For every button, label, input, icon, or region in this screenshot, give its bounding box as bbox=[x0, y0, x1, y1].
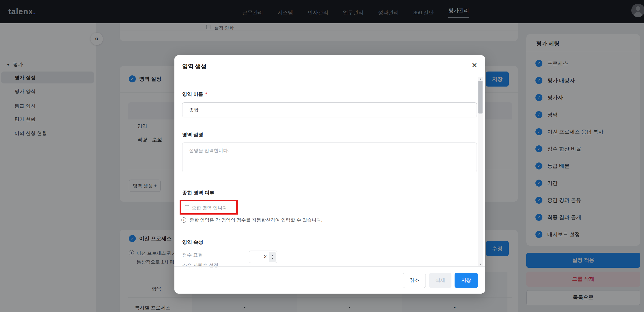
composite-checkbox[interactable] bbox=[185, 205, 189, 209]
create-area-modal: 영역 생성 ✕ 영역 이름* 영역 설명 종합 영역 여부 종합 영역 입니다.… bbox=[174, 55, 485, 294]
attr-section-label: 영역 속성 bbox=[182, 239, 203, 246]
scroll-down-icon[interactable]: ▼ bbox=[478, 263, 483, 266]
required-asterisk: * bbox=[205, 91, 207, 97]
scroll-up-icon[interactable]: ▲ bbox=[478, 77, 483, 81]
save-button[interactable]: 저장 bbox=[455, 273, 478, 288]
scrollbar-thumb[interactable] bbox=[478, 81, 483, 114]
modal-scrollbar[interactable]: ▲ ▼ bbox=[478, 77, 483, 266]
arrow-up-icon[interactable]: ▲ bbox=[271, 254, 274, 257]
composite-checkbox-label: 종합 영역 입니다. bbox=[192, 205, 228, 211]
cancel-button[interactable]: 취소 bbox=[403, 273, 426, 288]
composite-info-text: i 종합 영역은 각 영역의 점수를 자동합산하여 입력할 수 있습니다. bbox=[181, 217, 322, 223]
modal-title: 영역 생성 bbox=[182, 62, 207, 70]
composite-section-label: 종합 영역 여부 bbox=[182, 189, 215, 196]
decimal-places-value: 2 bbox=[264, 254, 267, 259]
arrow-down-icon[interactable]: ▼ bbox=[271, 257, 274, 260]
area-desc-textarea[interactable] bbox=[182, 143, 477, 172]
delete-button[interactable]: 삭제 bbox=[429, 273, 451, 288]
decimal-label-line2: 소수 자릿수 설정 bbox=[182, 262, 218, 268]
stepper-arrows[interactable]: ▲ ▼ bbox=[269, 252, 276, 262]
close-icon[interactable]: ✕ bbox=[471, 62, 477, 69]
info-icon: i bbox=[181, 217, 186, 223]
app-window: ▾ 평가 평가 설정 평가 양식 등급 양식 평가 현황 이의 신청 현황 « … bbox=[0, 0, 644, 312]
area-name-label: 영역 이름* bbox=[182, 91, 207, 98]
area-name-input[interactable] bbox=[182, 102, 477, 117]
decimal-places-stepper[interactable]: 2 ▲ ▼ bbox=[249, 251, 277, 263]
area-desc-label: 영역 설명 bbox=[182, 131, 203, 138]
decimal-label-line1: 점수 표현 bbox=[182, 252, 203, 258]
